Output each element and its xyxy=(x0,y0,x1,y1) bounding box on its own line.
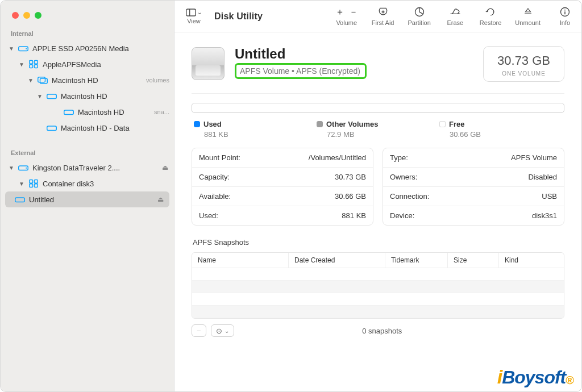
divider xyxy=(192,93,564,94)
column-header[interactable]: Tidemark xyxy=(385,253,448,268)
restore-button[interactable]: Restore xyxy=(480,6,502,26)
fact-key: Capacity: xyxy=(199,173,230,181)
legend-used: Used 881 KB xyxy=(194,120,317,139)
svg-rect-13 xyxy=(30,180,33,183)
svg-rect-4 xyxy=(30,65,33,68)
partition-button[interactable]: Partition xyxy=(408,6,430,26)
volume-icon xyxy=(46,91,57,101)
volume-size-card: 30.73 GB ONE VOLUME xyxy=(483,46,564,82)
sidebar-item-machd[interactable]: ▼ Macintosh HD xyxy=(1,88,174,104)
volume-subtitle: APFS Volume • APFS (Encrypted) xyxy=(240,66,360,76)
restore-icon xyxy=(485,6,496,18)
volume-subtitle-highlight: APFS Volume • APFS (Encrypted) xyxy=(235,63,367,79)
chevron-down-icon[interactable]: ▼ xyxy=(28,77,34,84)
sidebar-item-label: Macintosh HD xyxy=(78,108,148,116)
remove-snapshot-button[interactable]: − xyxy=(192,324,206,337)
sidebar-item-internal-ssd[interactable]: ▼ APPLE SSD AP0256N Media xyxy=(1,40,174,56)
first-aid-icon xyxy=(377,6,389,18)
legend-value: 72.9 MB xyxy=(327,130,439,139)
svg-rect-2 xyxy=(30,60,33,64)
toolbar-button-label: Info xyxy=(560,19,570,26)
volumes-icon xyxy=(37,75,48,85)
close-window-icon[interactable] xyxy=(12,12,19,19)
fact-key: Device: xyxy=(390,211,414,220)
chevron-down-icon: ⌄ xyxy=(225,328,229,334)
table-row xyxy=(192,293,564,306)
sidebar-item-machd-data[interactable]: ▼ Macintosh HD - Data xyxy=(1,120,174,136)
volume-size: 30.73 GB xyxy=(497,53,550,68)
sidebar-item-untitled[interactable]: ▼ Untitled ⏏ xyxy=(5,191,169,207)
chevron-down-icon[interactable]: ▼ xyxy=(9,165,14,171)
sidebar-item-label: Untitled xyxy=(29,195,154,204)
svg-point-1 xyxy=(26,48,27,49)
svg-rect-16 xyxy=(34,184,38,187)
main-panel: ⌄ View Disk Utility ＋－ Volume First Aid xyxy=(174,1,581,391)
disk-utility-window: Internal ▼ APPLE SSD AP0256N Media ▼ App… xyxy=(0,0,582,392)
container-icon xyxy=(28,59,39,69)
column-header[interactable]: Size xyxy=(448,253,499,268)
fact-key: Mount Point: xyxy=(199,153,240,162)
partition-icon xyxy=(414,6,425,18)
volume-header: Untitled APFS Volume • APFS (Encrypted) … xyxy=(192,46,564,82)
sidebar-item-label: Container disk3 xyxy=(43,180,169,188)
fact-value: 30.66 GB xyxy=(335,192,366,201)
swatch-free-icon xyxy=(439,121,446,127)
fact-value: 30.73 GB xyxy=(335,173,366,181)
legend-other: Other Volumes 72.9 MB xyxy=(317,120,439,139)
minimize-window-icon[interactable] xyxy=(23,12,30,19)
chevron-down-icon[interactable]: ▼ xyxy=(19,181,24,187)
legend-label: Used xyxy=(203,120,222,128)
disk-icon xyxy=(18,162,29,173)
sidebar-item-machd-snapshot[interactable]: ▼ Macintosh HD sna... xyxy=(1,104,174,120)
sidebar-section-internal: Internal xyxy=(1,27,174,40)
fact-key: Owners: xyxy=(390,173,417,181)
volume-icon xyxy=(63,107,74,117)
toolbar-button-label: Unmount xyxy=(515,19,541,26)
sidebar-item-kingston[interactable]: ▼ Kingston DataTraveler 2.... ⏏ xyxy=(1,160,174,176)
toolbar-button-label: First Aid xyxy=(372,19,394,26)
erase-button[interactable]: Erase xyxy=(444,6,466,26)
snapshot-actions-button[interactable]: ⊙⌄ xyxy=(211,324,234,337)
info-button[interactable]: Info xyxy=(554,6,576,26)
column-header[interactable]: Name xyxy=(192,253,289,268)
swatch-used-icon xyxy=(194,121,200,127)
unmount-button[interactable]: Unmount xyxy=(515,6,541,26)
external-drive-icon xyxy=(192,47,225,80)
column-header[interactable]: Kind xyxy=(499,253,564,268)
sidebar-item-container-disk3[interactable]: ▼ Container disk3 xyxy=(1,176,174,191)
facts-left: Mount Point:/Volumes/Untitled Capacity:3… xyxy=(192,148,373,226)
chevron-down-icon[interactable]: ▼ xyxy=(9,45,14,52)
eject-icon[interactable]: ⏏ xyxy=(157,195,164,203)
table-row xyxy=(192,268,564,281)
chevron-down-icon[interactable]: ▼ xyxy=(37,93,43,99)
fact-value: APFS Volume xyxy=(511,153,557,162)
svg-rect-14 xyxy=(34,180,38,183)
external-tree: ▼ Kingston DataTraveler 2.... ⏏ ▼ Contai… xyxy=(1,160,174,207)
toolbar-button-label: Volume xyxy=(336,19,357,26)
erase-icon xyxy=(449,6,462,18)
snapshot-count: 0 snapshots xyxy=(239,327,526,335)
volume-facts: Mount Point:/Volumes/Untitled Capacity:3… xyxy=(192,148,564,226)
usage-bar xyxy=(192,103,564,113)
chevron-down-icon[interactable]: ▼ xyxy=(19,61,24,68)
sidebar-item-machd-container[interactable]: ▼ Macintosh HD volumes xyxy=(1,72,174,88)
snapshots-table: Name Date Created Tidemark Size Kind xyxy=(192,252,564,319)
volume-title: Untitled xyxy=(235,46,483,62)
view-menu-button[interactable]: ⌄ View xyxy=(186,9,202,24)
sidebar-item-apfs-media[interactable]: ▼ AppleAPFSMedia xyxy=(1,56,174,72)
first-aid-button[interactable]: First Aid xyxy=(372,6,394,26)
fact-value: 881 KB xyxy=(342,211,366,220)
legend-label: Other Volumes xyxy=(326,120,379,128)
svg-rect-17 xyxy=(15,198,25,202)
column-header[interactable]: Date Created xyxy=(289,253,385,268)
legend-free: Free 30.66 GB xyxy=(439,120,562,139)
zoom-window-icon[interactable] xyxy=(35,12,41,19)
fact-key: Type: xyxy=(390,153,408,162)
toolbar-button-label: Restore xyxy=(480,19,502,26)
eject-icon[interactable]: ⏏ xyxy=(162,164,168,172)
sidebar-item-label: APPLE SSD AP0256N Media xyxy=(32,44,169,53)
usage-legend: Used 881 KB Other Volumes 72.9 MB Free 3… xyxy=(192,120,564,142)
volume-button[interactable]: ＋－ Volume xyxy=(335,6,358,26)
sidebar-item-label: Kingston DataTraveler 2.... xyxy=(32,164,159,172)
info-icon xyxy=(559,6,571,18)
